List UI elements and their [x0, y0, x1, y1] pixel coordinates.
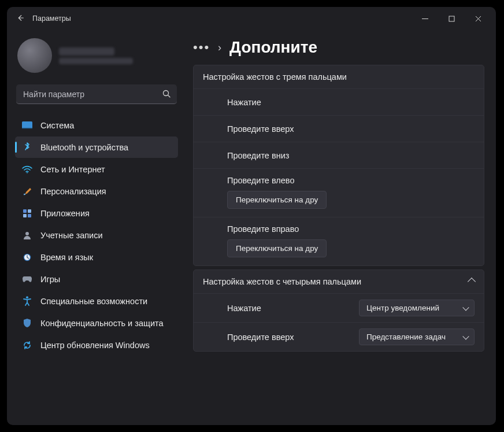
- row-swipe-down: Проведите вниз: [194, 142, 484, 168]
- wifi-icon: [22, 164, 32, 175]
- profile-block[interactable]: [15, 36, 178, 82]
- row-tap-4f: Нажатие Центр уведомлений: [194, 293, 484, 322]
- nav-system[interactable]: Система: [15, 115, 178, 136]
- row-label: Нажатие: [227, 98, 261, 107]
- close-button[interactable]: [465, 7, 491, 30]
- minimize-button[interactable]: [412, 7, 438, 30]
- update-icon: [22, 340, 32, 350]
- section-three-finger: Настройка жестов с тремя пальцами Нажати…: [193, 65, 484, 266]
- row-label: Проведите влево: [227, 176, 294, 185]
- section-header[interactable]: Настройка жестов с четырьмя пальцами: [194, 270, 484, 293]
- window-controls: [412, 7, 491, 30]
- row-swipe-right: Проведите вправо Переключиться на дру: [194, 217, 484, 265]
- clock-icon: [22, 252, 32, 263]
- row-swipe-up: Проведите вверх: [194, 115, 484, 142]
- svg-point-4: [27, 172, 28, 173]
- nav-accounts[interactable]: Учетные записи: [15, 224, 178, 246]
- nav-label: Учетные записи: [40, 231, 103, 240]
- account-icon: [22, 230, 32, 241]
- nav-network[interactable]: Сеть и Интернет: [15, 158, 178, 180]
- nav-label: Система: [40, 121, 74, 130]
- brush-icon: [22, 186, 32, 197]
- row-tap: Нажатие: [194, 88, 484, 115]
- nav-label: Персонализация: [40, 187, 106, 196]
- page-title: Дополните: [229, 38, 317, 57]
- nav-label: Bluetooth и устройства: [40, 143, 128, 152]
- svg-rect-3: [22, 128, 32, 129]
- nav-label: Время и язык: [40, 253, 93, 262]
- svg-rect-7: [28, 209, 31, 213]
- settings-window: Параметры Система Bluetooth и устройств: [7, 7, 496, 425]
- row-label: Проведите вверх: [227, 124, 294, 134]
- close-icon: [475, 16, 481, 22]
- svg-point-10: [25, 232, 29, 235]
- breadcrumb-overflow[interactable]: •••: [193, 40, 210, 55]
- row-swipe-up-4f: Проведите вверх Представление задач: [194, 322, 484, 351]
- search-input[interactable]: [16, 84, 177, 104]
- svg-rect-2: [22, 121, 32, 128]
- titlebar: Параметры: [7, 7, 496, 30]
- search-icon: [162, 89, 171, 101]
- minimize-icon: [422, 16, 428, 22]
- swipe-up-4f-dropdown[interactable]: Представление задач: [359, 328, 475, 345]
- system-icon: [22, 120, 32, 131]
- nav-gaming[interactable]: Игры: [15, 268, 178, 290]
- maximize-button[interactable]: [438, 7, 465, 30]
- row-label: Проведите вверх: [227, 333, 294, 342]
- apps-icon: [22, 208, 32, 219]
- svg-rect-9: [28, 214, 31, 217]
- bluetooth-icon: [22, 142, 32, 153]
- sidebar: Система Bluetooth и устройства Сеть и Ин…: [7, 30, 184, 425]
- tap-4f-dropdown[interactable]: Центр уведомлений: [359, 300, 475, 316]
- chevron-right-icon: ›: [218, 42, 221, 54]
- row-label: Проведите вниз: [227, 151, 289, 160]
- section-header[interactable]: Настройка жестов с тремя пальцами: [194, 65, 484, 88]
- nav-label: Сеть и Интернет: [40, 165, 105, 174]
- nav-bluetooth[interactable]: Bluetooth и устройства: [15, 136, 178, 158]
- avatar: [17, 38, 52, 73]
- section-title: Настройка жестов с четырьмя пальцами: [203, 277, 361, 286]
- maximize-icon: [449, 16, 455, 22]
- nav-accessibility[interactable]: Специальные возможности: [15, 290, 178, 312]
- shield-icon: [22, 318, 32, 328]
- profile-name-redacted: [59, 47, 114, 56]
- nav-list: Система Bluetooth и устройства Сеть и Ин…: [15, 115, 178, 356]
- search-wrap: [16, 84, 177, 104]
- section-title: Настройка жестов с тремя пальцами: [203, 72, 347, 82]
- svg-point-13: [26, 296, 28, 298]
- nav-label: Игры: [40, 275, 60, 284]
- arrow-left-icon: [16, 14, 24, 22]
- window-title: Параметры: [32, 14, 71, 23]
- nav-label: Приложения: [40, 209, 90, 218]
- row-label: Проведите вправо: [227, 224, 299, 234]
- profile-text: [59, 47, 133, 64]
- nav-label: Специальные возможности: [40, 297, 147, 306]
- main-content: ••• › Дополните Настройка жестов с тремя…: [184, 30, 496, 425]
- row-label: Нажатие: [227, 304, 261, 313]
- svg-rect-6: [23, 209, 27, 213]
- nav-personalization[interactable]: Персонализация: [15, 180, 178, 202]
- svg-rect-8: [23, 214, 27, 217]
- nav-privacy[interactable]: Конфиденциальность и защита: [15, 312, 178, 334]
- swipe-left-value-button[interactable]: Переключиться на дру: [227, 191, 327, 209]
- profile-email-redacted: [59, 58, 133, 64]
- nav-update[interactable]: Центр обновления Windows: [15, 334, 178, 356]
- chevron-up-icon: [468, 278, 476, 286]
- svg-rect-5: [24, 193, 26, 195]
- nav-apps[interactable]: Приложения: [15, 202, 178, 224]
- swipe-right-value-button[interactable]: Переключиться на дру: [227, 239, 327, 257]
- breadcrumb: ••• › Дополните: [193, 30, 484, 65]
- gaming-icon: [22, 274, 32, 285]
- nav-time[interactable]: Время и язык: [15, 246, 178, 268]
- section-four-finger: Настройка жестов с четырьмя пальцами Наж…: [193, 269, 484, 352]
- accessibility-icon: [22, 296, 32, 307]
- svg-rect-0: [449, 16, 454, 21]
- nav-label: Конфиденциальность и защита: [40, 319, 164, 328]
- nav-label: Центр обновления Windows: [40, 341, 150, 350]
- back-button[interactable]: [12, 14, 29, 24]
- row-swipe-left: Проведите влево Переключиться на дру: [194, 168, 484, 217]
